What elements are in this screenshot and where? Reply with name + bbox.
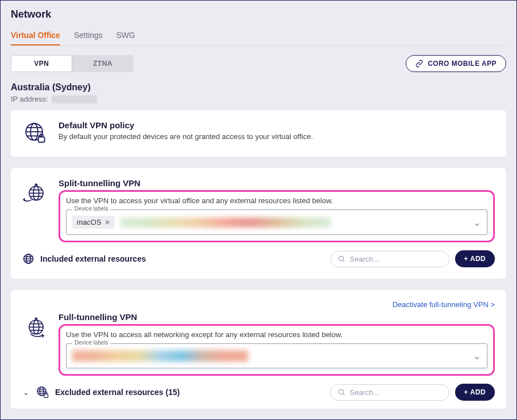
coro-mobile-app-button[interactable]: CORO MOBILE APP [406,55,506,72]
top-tabs: Virtual Office Settings SWG [11,28,506,46]
excluded-resources-title: Excluded external resources (15) [55,388,180,397]
globe-lock-icon [22,120,48,145]
search-icon [337,255,345,263]
excluded-add-button[interactable]: + ADD [455,384,495,401]
split-tunnel-card: Split-tunnelling VPN Use the VPN to acce… [11,168,506,279]
segment-vpn[interactable]: VPN [11,55,72,72]
split-device-labels-legend: Device labels [72,205,110,212]
included-search-input[interactable] [350,255,445,263]
included-search[interactable] [330,251,449,267]
included-resources-bar: Included external resources + ADD [22,250,495,267]
excluded-search-input[interactable] [350,388,445,397]
globe-lock-small-icon [36,385,49,399]
included-add-button[interactable]: + ADD [455,250,495,267]
split-highlight: Use the VPN to access your virtual offic… [59,190,495,242]
tab-settings[interactable]: Settings [74,28,103,45]
tab-virtual-office[interactable]: Virtual Office [11,28,60,45]
tab-swg[interactable]: SWG [116,28,135,45]
split-tunnel-title: Split-tunnelling VPN [59,178,495,188]
split-device-labels-field[interactable]: Device labels macOS ✕ ⌄ [66,209,487,235]
chip-remove-icon[interactable]: ✕ [105,219,110,226]
device-label-chip-macos[interactable]: macOS ✕ [72,216,115,229]
excluded-search[interactable] [330,384,449,401]
globe-icon [22,253,35,265]
search-icon [337,388,345,396]
deactivate-full-tunnel-link[interactable]: Deactivate full-tunneling VPN > [22,300,495,309]
redacted-labels-2 [72,350,248,362]
svg-point-16 [339,256,343,261]
vpn-ztna-segment: VPN ZTNA [11,55,134,72]
split-tunnel-icon [22,178,48,210]
full-tunnel-card: Deactivate full-tunneling VPN > Full-tun… [11,290,506,409]
redacted-labels [120,217,331,228]
collapse-toggle[interactable]: ⌄ [22,388,30,397]
split-tunnel-desc: Use the VPN to access your virtual offic… [66,196,487,205]
chevron-down-icon[interactable]: ⌄ [473,350,481,362]
svg-rect-5 [39,137,45,142]
segment-ztna[interactable]: ZTNA [72,55,134,72]
default-policy-card: Default VPN policy By default your prote… [11,110,506,157]
svg-point-29 [339,389,343,394]
full-device-labels-field[interactable]: Device labels ⌄ [66,343,487,368]
region-title: Australia (Sydney) [11,82,506,93]
full-tunnel-title: Full-tunnelling VPN [59,312,495,322]
excluded-resources-bar: ⌄ Excluded external resources (15) + ADD [22,384,495,401]
svg-line-30 [343,393,344,395]
ip-value-redacted [52,95,97,103]
full-tunnel-icon [22,312,48,344]
full-tunnel-desc: Use the VPN to access all networking exc… [66,330,487,339]
included-resources-title: Included external resources [40,254,146,263]
page-title: Network [11,9,506,20]
svg-rect-28 [44,394,48,397]
coro-mobile-app-label: CORO MOBILE APP [428,60,497,68]
link-icon [415,60,423,68]
svg-line-17 [343,260,344,262]
ip-address-line: IP address: [11,95,506,103]
default-policy-title: Default VPN policy [59,120,495,130]
chevron-down-icon[interactable]: ⌄ [473,216,481,229]
chip-text: macOS [77,218,101,226]
ip-label: IP address: [11,95,48,103]
default-policy-desc: By default your protected devices are no… [59,132,495,141]
full-highlight: Use the VPN to access all networking exc… [59,324,495,376]
full-device-labels-legend: Device labels [72,339,110,346]
